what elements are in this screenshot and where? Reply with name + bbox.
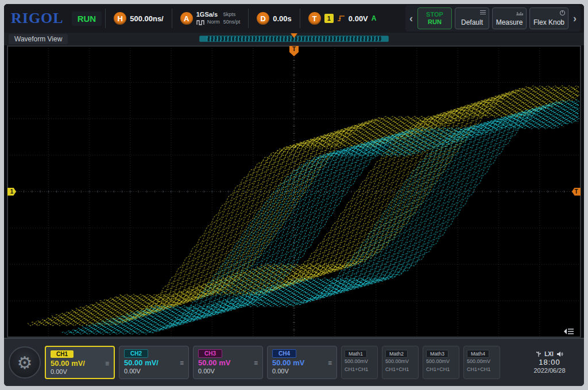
math3-scale: 500.00mV	[426, 358, 456, 366]
header-button-cluster: ‹ STOP RUN Default Measure	[405, 5, 581, 32]
oscilloscope-app: RIGOL RUN H 500.00ns/ A 1GSa/s Norm 5kpt…	[4, 4, 584, 386]
delay-group[interactable]: D 0.00s	[252, 7, 296, 30]
math2-scale: 500.00mV	[385, 358, 415, 366]
math1-source: CH1+CH1	[345, 366, 374, 374]
lxi-label: LXI	[544, 351, 554, 357]
channel-box-ch2[interactable]: CH2 50.00 mV/ ≡ 0.00V	[119, 346, 189, 379]
math-box-1[interactable]: Math1 500.00mV CH1+CH1	[341, 346, 378, 379]
math1-scale: 500.00mV	[345, 358, 374, 366]
channel-box-ch3[interactable]: CH3 50.00 mV ≡ 0.00V	[193, 346, 263, 379]
acquire-main-column: 1GSa/s Norm	[196, 11, 220, 26]
sub-bar: Waveform View	[4, 33, 584, 45]
divider	[300, 9, 300, 28]
ch3-offset: 0.00V	[198, 368, 258, 374]
divider	[172, 9, 172, 28]
math2-tab[interactable]: Math2	[385, 350, 408, 358]
math-box-2[interactable]: Math2 500.00mV CH1+CH1	[382, 346, 419, 379]
default-icon	[479, 10, 486, 15]
stop-run-button[interactable]: STOP RUN	[417, 7, 452, 29]
speaker-icon	[556, 351, 563, 357]
math4-tab[interactable]: Math4	[467, 350, 489, 358]
waveform-view-tab[interactable]: Waveform View	[9, 34, 68, 44]
flex-knob-button[interactable]: Flex Knob	[529, 7, 568, 29]
delay-value: 0.00s	[273, 14, 292, 23]
sample-rate: 1GSa/s	[196, 11, 220, 18]
math-box-4[interactable]: Math4 500.00mV CH1+CH1	[463, 346, 500, 379]
channel-box-ch4[interactable]: CH4 50.00 mV ≡ 0.00V	[267, 346, 337, 379]
chevron-right-icon[interactable]: ›	[571, 13, 578, 25]
usb-icon	[536, 351, 541, 357]
scope-canvas[interactable]	[7, 46, 581, 337]
trigger-group[interactable]: T 1 0.00V A	[304, 7, 381, 30]
math-box-3[interactable]: Math3 500.00mV CH1+CH1	[423, 346, 459, 379]
memory-depth-column: 5kpts 50ns/pt	[223, 11, 241, 25]
channel-box-ch1[interactable]: CH1 50.00 mV/ ≡ 0.00V	[45, 346, 115, 379]
math3-source: CH1+CH1	[426, 366, 456, 374]
default-label: Default	[461, 18, 483, 26]
run-label: RUN	[428, 18, 442, 26]
divider	[105, 9, 106, 28]
trigger-badge-icon: T	[308, 12, 321, 25]
ch2-offset: 0.00V	[124, 368, 184, 374]
clock-time: 18:00	[539, 358, 560, 366]
ch4-menu-icon[interactable]: ≡	[328, 359, 332, 367]
horizontal-badge-icon: H	[114, 12, 126, 25]
status-icons-row: LXI	[536, 351, 563, 357]
ch2-menu-icon[interactable]: ≡	[180, 359, 184, 367]
square-wave-icon	[196, 19, 206, 26]
sample-resolution: 50ns/pt	[223, 18, 241, 26]
horizontal-group[interactable]: H 500.00ns/	[109, 7, 168, 30]
ch1-menu-icon[interactable]: ≡	[105, 360, 109, 368]
timebase-value: 500.00ns/	[130, 14, 164, 23]
collapse-menu-icon[interactable]	[563, 328, 575, 335]
math4-source: CH1+CH1	[467, 366, 497, 374]
divider	[248, 9, 249, 28]
math4-scale: 500.00mV	[467, 358, 497, 366]
trigger-level-value: 0.00V	[349, 14, 368, 23]
acquire-group[interactable]: A 1GSa/s Norm 5kpts 50ns/pt	[176, 7, 245, 30]
memory-depth: 5kpts	[223, 11, 241, 18]
flex-knob-label: Flex Knob	[533, 18, 564, 26]
measure-button[interactable]: Measure	[492, 7, 527, 29]
delay-badge-icon: D	[257, 12, 269, 25]
run-status-badge[interactable]: RUN	[72, 11, 102, 26]
trigger-slope-icon	[337, 14, 345, 22]
ch3-scale: 50.00 mV	[198, 358, 230, 367]
math3-tab[interactable]: Math3	[426, 350, 448, 358]
measure-label: Measure	[496, 18, 523, 26]
top-bar: RIGOL RUN H 500.00ns/ A 1GSa/s Norm 5kpt…	[4, 4, 584, 33]
ch4-scale: 50.00 mV	[272, 358, 304, 367]
channel-tab-ch3[interactable]: CH3	[198, 349, 222, 358]
math1-tab[interactable]: Math1	[345, 350, 367, 358]
knob-icon	[559, 10, 566, 16]
stop-label: STOP	[426, 11, 443, 18]
math2-source: CH1+CH1	[385, 366, 415, 374]
ch2-scale: 50.00 mV/	[124, 358, 158, 367]
acquire-mode: Norm	[207, 18, 220, 26]
default-button[interactable]: Default	[455, 7, 489, 29]
ch4-offset: 0.00V	[272, 368, 332, 374]
nav-trigger-marker-icon[interactable]	[291, 33, 297, 41]
ch3-menu-icon[interactable]: ≡	[254, 359, 258, 367]
channel-tab-ch1[interactable]: CH1	[51, 350, 74, 358]
waveform-display[interactable]: T 1 T	[7, 45, 581, 338]
chevron-left-icon[interactable]: ‹	[408, 13, 415, 25]
settings-knob-icon[interactable]: ⚙	[9, 346, 41, 379]
acquire-badge-icon: A	[180, 12, 193, 25]
measure-icon	[516, 10, 524, 16]
channel-tab-ch2[interactable]: CH2	[124, 349, 148, 358]
clock-date: 2022/06/28	[533, 367, 565, 374]
status-panel[interactable]: LXI 18:00 2022/06/28	[520, 346, 579, 379]
channel-tab-ch4[interactable]: CH4	[272, 349, 296, 358]
bottom-bar: ⚙ CH1 50.00 mV/ ≡ 0.00V CH2 50.00 mV/ ≡ …	[4, 338, 584, 386]
ch1-offset: 0.00V	[51, 368, 109, 375]
trigger-status: A	[372, 14, 377, 22]
trigger-source-badge: 1	[324, 14, 334, 23]
rigol-logo: RIGOL	[7, 10, 68, 27]
ch1-scale: 50.00 mV/	[51, 359, 85, 368]
